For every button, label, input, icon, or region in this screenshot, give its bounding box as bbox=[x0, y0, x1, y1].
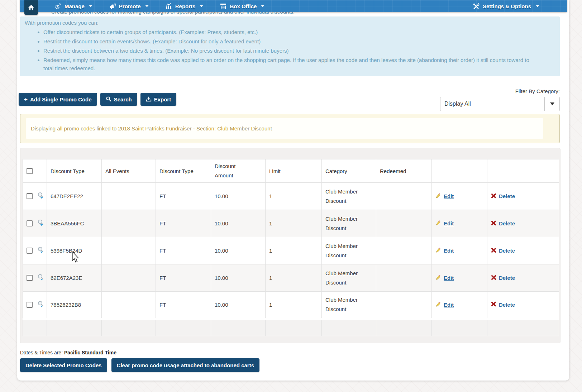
nav-label: Box Office bbox=[230, 3, 257, 9]
chevron-down-icon bbox=[89, 5, 92, 7]
edit-link[interactable]: Edit bbox=[435, 220, 454, 227]
table-row: 647DE2EE22 FT 10.00 1 Club Member Discou… bbox=[23, 183, 559, 210]
page: Create promotion codes for marketing cam… bbox=[0, 0, 582, 392]
discount-type-cell: FT bbox=[156, 292, 211, 319]
context-alert-message: Displaying all promo codes linked to 201… bbox=[26, 118, 543, 139]
delete-selected-promo-codes-button[interactable]: Delete Selected Promo Codes bbox=[20, 358, 107, 372]
redeemed-cell bbox=[376, 183, 432, 210]
category-cell: Club Member Discount bbox=[322, 210, 376, 237]
nav-home-button[interactable] bbox=[24, 0, 38, 15]
limit-cell: 1 bbox=[266, 264, 322, 292]
col-header-limit: Limit bbox=[266, 159, 322, 183]
limit-cell: 1 bbox=[266, 292, 322, 319]
row-checkbox[interactable] bbox=[27, 302, 33, 308]
delete-link[interactable]: Delete bbox=[491, 248, 515, 254]
limit-cell: 1 bbox=[266, 210, 322, 237]
table-row: 78526232B8 FT 10.00 1 Club Member Discou… bbox=[23, 292, 559, 319]
timezone-note: Dates & Times are: Pacific Standard Time bbox=[20, 350, 116, 355]
nav-item-reports[interactable]: Reports bbox=[165, 3, 204, 10]
table-row: 62E672A23E FT 10.00 1 Club Member Discou… bbox=[23, 264, 559, 292]
delete-link[interactable]: Delete bbox=[491, 193, 515, 200]
context-alert: Displaying all promo codes linked to 201… bbox=[20, 114, 560, 143]
promo-details-magnifier-icon[interactable] bbox=[37, 300, 45, 308]
home-icon bbox=[28, 4, 34, 11]
discount-amount-cell: 10.00 bbox=[211, 183, 266, 210]
edit-link[interactable]: Edit bbox=[435, 301, 454, 308]
x-icon bbox=[491, 301, 496, 308]
add-button-label: Add Single Promo Code bbox=[30, 96, 92, 102]
edit-link[interactable]: Edit bbox=[435, 274, 454, 281]
redeemed-cell bbox=[376, 237, 432, 264]
delete-link[interactable]: Delete bbox=[491, 275, 515, 281]
category-cell: Club Member Discount bbox=[322, 183, 376, 210]
dropdown-caret-button[interactable] bbox=[544, 97, 559, 111]
delete-link[interactable]: Delete bbox=[491, 301, 515, 308]
promo-details-magnifier-icon[interactable] bbox=[37, 273, 45, 281]
table-footer-row bbox=[23, 319, 559, 336]
row-checkbox[interactable] bbox=[27, 193, 33, 199]
all-events-cell bbox=[102, 237, 156, 264]
nav-item-promote[interactable]: Promote bbox=[109, 3, 149, 10]
redeemed-cell bbox=[376, 210, 432, 237]
col-header-delete bbox=[487, 159, 559, 183]
info-bullet: Restrict the discount to certain events/… bbox=[43, 37, 531, 46]
limit-cell: 1 bbox=[266, 237, 322, 264]
category-cell: Club Member Discount bbox=[322, 264, 376, 292]
edit-link-label: Edit bbox=[444, 248, 454, 254]
category-filter-dropdown[interactable]: Display All bbox=[440, 97, 560, 111]
row-checkbox[interactable] bbox=[27, 220, 33, 226]
download-icon bbox=[146, 96, 152, 103]
col-header-amount: Discount Amount bbox=[211, 159, 266, 183]
promo-details-magnifier-icon[interactable] bbox=[37, 219, 45, 227]
clear-promo-usage-button[interactable]: Clear promo code usage attached to aband… bbox=[111, 358, 259, 372]
export-button[interactable]: Export bbox=[140, 93, 177, 106]
pencil-icon bbox=[435, 274, 441, 281]
col-header-all-events: All Events bbox=[102, 159, 156, 183]
chevron-down-icon bbox=[145, 5, 149, 7]
all-events-cell bbox=[102, 183, 156, 210]
info-bullet-list: Offer discounted tickets to certain grou… bbox=[25, 28, 545, 72]
category-filter-value: Display All bbox=[440, 101, 544, 107]
delete-link[interactable]: Delete bbox=[491, 220, 515, 227]
discount-type-cell: FT bbox=[156, 264, 211, 292]
search-button[interactable]: Search bbox=[100, 93, 137, 106]
nav-item-box-office[interactable]: Box Office bbox=[220, 3, 264, 10]
discount-amount-cell: 10.00 bbox=[211, 237, 266, 264]
promo-details-magnifier-icon[interactable] bbox=[37, 246, 45, 254]
redeemed-cell bbox=[376, 292, 432, 319]
redeemed-cell bbox=[376, 264, 432, 292]
icon-column-header bbox=[33, 159, 47, 183]
info-bullet: Redeemed, simply means how many times th… bbox=[43, 56, 531, 72]
info-heading: With promotion codes you can: bbox=[25, 20, 545, 26]
row-checkbox[interactable] bbox=[27, 275, 33, 281]
info-bullet: Offer discounted tickets to certain grou… bbox=[43, 28, 531, 36]
promo-code-cell: 3BEAA556FC bbox=[47, 210, 102, 237]
discount-type-cell: FT bbox=[156, 183, 211, 210]
edit-link[interactable]: Edit bbox=[435, 247, 454, 254]
promo-code-cell: 62E672A23E bbox=[47, 264, 102, 292]
info-bullet: Restrict the discount between a two date… bbox=[43, 47, 531, 55]
row-checkbox[interactable] bbox=[27, 248, 33, 254]
add-single-promo-code-button[interactable]: + Add Single Promo Code bbox=[19, 93, 97, 106]
edit-link-label: Edit bbox=[444, 193, 454, 199]
col-header-code: Discount Type bbox=[47, 159, 102, 183]
pencil-icon bbox=[435, 220, 441, 227]
promo-code-cell: 647DE2EE22 bbox=[47, 183, 102, 210]
nav-item-settings-options[interactable]: Settings & Options bbox=[473, 3, 539, 10]
nav-label: Promote bbox=[119, 3, 141, 9]
edit-link-label: Edit bbox=[444, 302, 454, 308]
nav-item-manage[interactable]: Manage bbox=[54, 3, 92, 10]
promo-details-magnifier-icon[interactable] bbox=[37, 192, 45, 200]
col-header-edit bbox=[432, 159, 487, 183]
discount-type-cell: FT bbox=[156, 237, 211, 264]
select-all-checkbox[interactable] bbox=[27, 168, 33, 174]
edit-link[interactable]: Edit bbox=[435, 193, 454, 200]
pencil-icon bbox=[435, 247, 441, 254]
all-events-cell bbox=[102, 264, 156, 292]
export-button-label: Export bbox=[154, 96, 171, 102]
gear-icon bbox=[54, 3, 62, 10]
bar-chart-icon bbox=[165, 3, 172, 10]
promo-code-cell: 78526232B8 bbox=[47, 292, 102, 319]
x-icon bbox=[491, 220, 496, 227]
all-events-cell bbox=[102, 210, 156, 237]
